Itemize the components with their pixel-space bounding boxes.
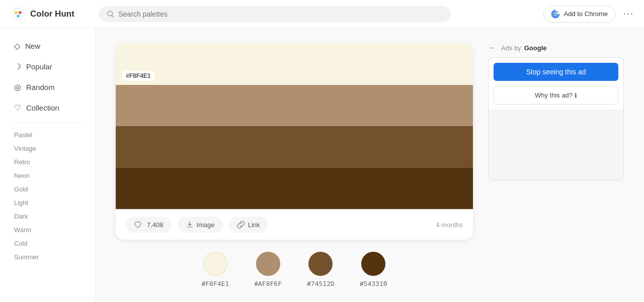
more-options-button[interactable]: ··· (623, 9, 634, 19)
ads-header: ← Ads by Google (488, 43, 624, 52)
sidebar-item-popular[interactable]: ☽ Popular (4, 57, 91, 76)
tag-retro[interactable]: Retro (0, 155, 95, 169)
swatch-item-0[interactable]: #F8F4E1 (201, 252, 229, 287)
like-count: 7,408 (147, 221, 164, 229)
search-bar[interactable] (99, 6, 451, 22)
main-content: #F8F4E1 #AF8F6F #74512D #543310 (96, 28, 644, 302)
sidebar-item-new[interactable]: ◇ New (4, 36, 91, 56)
logo[interactable]: Color Hunt (10, 6, 91, 22)
header: Color Hunt Add to Chrome ··· (0, 0, 644, 28)
popular-icon: ☽ (14, 62, 21, 71)
svg-point-3 (17, 15, 20, 18)
palette-actions: 7,408 Image Link (116, 209, 473, 240)
search-icon (107, 10, 114, 18)
svg-rect-9 (187, 227, 193, 228)
tag-light[interactable]: Light (0, 196, 95, 210)
palette-section: #F8F4E1 #AF8F6F #74512D #543310 (116, 43, 473, 287)
header-right: Add to Chrome ··· (543, 6, 634, 23)
why-this-ad-button[interactable]: Why this ad? ℹ (494, 86, 618, 105)
add-chrome-label: Add to Chrome (564, 10, 608, 18)
swatch-item-3[interactable]: #543310 (360, 252, 387, 287)
sidebar-item-random-label: Random (26, 83, 55, 91)
back-button[interactable]: ← (488, 43, 496, 52)
swatch-hex-1: #AF8F6F (254, 280, 282, 287)
collection-icon: ♡ (14, 103, 21, 113)
link-button[interactable]: Link (229, 217, 268, 233)
swatch-circle-2 (308, 252, 333, 276)
tag-cold[interactable]: Cold (0, 237, 95, 250)
sidebar-item-random[interactable]: ◎ Random (4, 77, 91, 97)
swatch-item-1[interactable]: #AF8F6F (254, 252, 282, 287)
tag-neon[interactable]: Neon (0, 169, 95, 182)
logo-text: Color Hunt (30, 9, 74, 19)
swatch-hex-2: #74512D (307, 280, 335, 287)
layout: ◇ New ☽ Popular ◎ Random ♡ Collection Pa… (0, 28, 644, 302)
swatch-circle-3 (361, 252, 385, 276)
palette-card: #F8F4E1 #AF8F6F #74512D #543310 (116, 43, 473, 240)
tag-dark[interactable]: Dark (0, 210, 95, 223)
color-strip-0[interactable]: #F8F4E1 (116, 43, 473, 85)
time-ago: 4 months (436, 221, 463, 229)
random-icon: ◎ (14, 82, 21, 92)
swatches-row: #F8F4E1 #AF8F6F #74512D #543310 (116, 252, 473, 287)
svg-point-1 (15, 11, 18, 14)
like-button[interactable]: 7,408 (126, 217, 172, 233)
swatch-hex-3: #543310 (360, 280, 387, 287)
image-label: Image (197, 221, 215, 229)
swatch-hex-0: #F8F4E1 (201, 280, 229, 287)
tag-summer[interactable]: Summer (0, 250, 95, 264)
ads-panel: ← Ads by Google Stop seeing this ad Why … (488, 43, 624, 287)
sidebar-item-collection-label: Collection (26, 104, 59, 112)
ads-box: Stop seeing this ad Why this ad? ℹ (488, 57, 624, 180)
download-icon (186, 221, 194, 229)
add-to-chrome-button[interactable]: Add to Chrome (543, 6, 615, 23)
tag-warm[interactable]: Warm (0, 223, 95, 237)
ads-content-area (489, 110, 623, 180)
svg-point-2 (19, 11, 22, 14)
sidebar-item-popular-label: Popular (26, 62, 52, 71)
link-label: Link (248, 221, 260, 229)
sidebar-item-collection[interactable]: ♡ Collection (4, 98, 91, 118)
svg-point-8 (554, 13, 556, 15)
palette-colors: #F8F4E1 #AF8F6F #74512D #543310 (116, 43, 473, 209)
chrome-icon (551, 10, 560, 19)
stop-seeing-ad-button[interactable]: Stop seeing this ad (494, 63, 618, 81)
sidebar-divider (10, 123, 85, 123)
image-button[interactable]: Image (178, 217, 223, 233)
sidebar-item-new-label: New (25, 42, 40, 50)
logo-icon (10, 6, 26, 22)
color-label-0: #F8F4E1 (122, 71, 154, 81)
color-strip-1[interactable]: #AF8F6F (116, 85, 473, 127)
info-icon: ℹ (575, 92, 577, 99)
swatch-item-2[interactable]: #74512D (307, 252, 335, 287)
why-label: Why this ad? (535, 91, 573, 99)
google-label: Google (524, 44, 547, 52)
tag-pastel[interactable]: Pastel (0, 128, 95, 142)
swatch-circle-1 (256, 252, 280, 276)
color-strip-2[interactable]: #74512D (116, 126, 473, 168)
tag-vintage[interactable]: Vintage (0, 142, 95, 155)
swatch-circle-0 (203, 252, 227, 276)
svg-line-5 (112, 15, 114, 17)
color-strip-3[interactable]: #543310 (116, 168, 473, 210)
new-icon: ◇ (14, 41, 20, 51)
heart-icon (134, 221, 142, 229)
ads-by-label: Ads by (501, 44, 521, 52)
sidebar: ◇ New ☽ Popular ◎ Random ♡ Collection Pa… (0, 28, 96, 302)
link-icon (237, 221, 245, 229)
tag-gold[interactable]: Gold (0, 182, 95, 196)
search-input[interactable] (118, 10, 443, 18)
